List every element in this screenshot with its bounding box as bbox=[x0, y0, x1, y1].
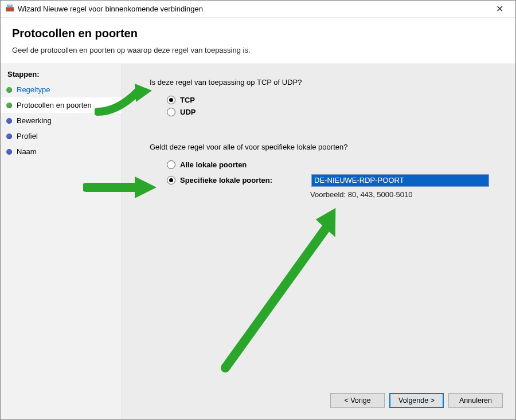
window-title: Wizard Nieuwe regel voor binnenkomende v… bbox=[18, 5, 203, 13]
bullet-icon bbox=[6, 149, 12, 155]
bullet-icon bbox=[6, 103, 12, 108]
radio-icon bbox=[167, 176, 175, 185]
step-label: Naam bbox=[17, 147, 37, 156]
page-subtitle: Geef de protocollen en poorten op waarop… bbox=[12, 46, 504, 54]
annotation-arrow-icon bbox=[208, 202, 357, 374]
radio-icon bbox=[167, 160, 175, 169]
svg-rect-1 bbox=[6, 7, 14, 8]
wizard-body: Stappen: Regeltype Protocollen en poorte… bbox=[1, 64, 515, 419]
close-icon: ✕ bbox=[496, 3, 503, 14]
step-naam[interactable]: Naam bbox=[1, 144, 122, 159]
steps-label: Stappen: bbox=[1, 66, 122, 82]
radio-tcp[interactable]: TCP bbox=[167, 96, 499, 104]
port-example-hint: Voorbeeld: 80, 443, 5000-5010 bbox=[310, 190, 499, 199]
protocol-question: Is deze regel van toepassing op TCP of U… bbox=[150, 78, 499, 87]
radio-label: TCP bbox=[180, 96, 195, 104]
port-scope-question: Geldt deze regel voor alle of voor speci… bbox=[150, 143, 499, 151]
close-button[interactable]: ✕ bbox=[488, 1, 511, 18]
wizard-buttons: < Vorige Volgende > Annuleren bbox=[330, 393, 503, 408]
bullet-icon bbox=[6, 118, 12, 124]
bullet-icon bbox=[6, 87, 12, 93]
step-label: Regeltype bbox=[17, 85, 50, 94]
svg-marker-5 bbox=[135, 176, 157, 198]
radio-specific-ports[interactable]: Specifieke lokale poorten: bbox=[167, 176, 272, 185]
wizard-header: Protocollen en poorten Geef de protocoll… bbox=[1, 18, 515, 64]
svg-marker-6 bbox=[316, 208, 349, 241]
next-button[interactable]: Volgende > bbox=[389, 393, 444, 408]
specific-ports-input[interactable] bbox=[311, 174, 489, 187]
radio-label: Specifieke lokale poorten: bbox=[180, 176, 272, 185]
back-button[interactable]: < Vorige bbox=[330, 393, 385, 408]
step-label: Profiel bbox=[17, 132, 38, 140]
step-bewerking[interactable]: Bewerking bbox=[1, 113, 122, 128]
bullet-icon bbox=[6, 134, 12, 139]
radio-icon bbox=[167, 96, 175, 104]
step-label: Bewerking bbox=[17, 116, 52, 125]
wizard-main: Is deze regel van toepassing op TCP of U… bbox=[122, 64, 515, 419]
svg-rect-3 bbox=[8, 4, 11, 6]
step-label: Protocollen en poorten bbox=[17, 101, 92, 109]
wizard-window: Wizard Nieuwe regel voor binnenkomende v… bbox=[0, 0, 516, 420]
steps-sidebar: Stappen: Regeltype Protocollen en poorte… bbox=[1, 64, 122, 419]
radio-all-ports[interactable]: Alle lokale poorten bbox=[167, 160, 499, 169]
radio-udp[interactable]: UDP bbox=[167, 108, 499, 116]
cancel-button[interactable]: Annuleren bbox=[448, 393, 503, 408]
titlebar: Wizard Nieuwe regel voor binnenkomende v… bbox=[1, 1, 515, 18]
radio-icon bbox=[167, 108, 175, 116]
radio-label: UDP bbox=[180, 108, 196, 116]
page-title: Protocollen en poorten bbox=[12, 27, 504, 40]
step-protocollen-en-poorten[interactable]: Protocollen en poorten bbox=[1, 97, 122, 113]
step-regeltype[interactable]: Regeltype bbox=[1, 82, 122, 97]
radio-label: Alle lokale poorten bbox=[180, 160, 247, 169]
step-profiel[interactable]: Profiel bbox=[1, 128, 122, 144]
firewall-icon bbox=[5, 3, 14, 14]
